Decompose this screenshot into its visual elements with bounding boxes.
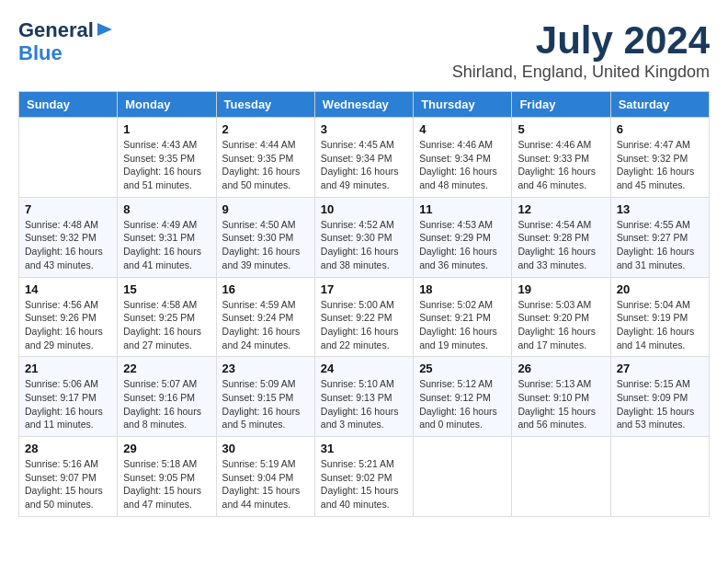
title-block: July 2024 Shirland, England, United King… (452, 18, 710, 82)
week-row-3: 14Sunrise: 4:56 AM Sunset: 9:26 PM Dayli… (19, 277, 710, 357)
weekday-header-thursday: Thursday (414, 92, 512, 118)
calendar-cell: 22Sunrise: 5:07 AM Sunset: 9:16 PM Dayli… (118, 357, 216, 437)
week-row-4: 21Sunrise: 5:06 AM Sunset: 9:17 PM Dayli… (19, 357, 710, 437)
calendar-cell (512, 437, 610, 517)
day-number: 29 (123, 442, 210, 455)
weekday-header-sunday: Sunday (19, 92, 118, 118)
day-info: Sunrise: 5:09 AM Sunset: 9:15 PM Dayligh… (222, 377, 309, 431)
weekday-header-saturday: Saturday (610, 92, 709, 118)
day-info: Sunrise: 4:44 AM Sunset: 9:35 PM Dayligh… (222, 138, 309, 192)
day-number: 10 (321, 202, 407, 216)
calendar-cell: 30Sunrise: 5:19 AM Sunset: 9:04 PM Dayli… (216, 437, 314, 517)
day-number: 19 (518, 282, 604, 296)
calendar-cell: 9Sunrise: 4:50 AM Sunset: 9:30 PM Daylig… (216, 197, 314, 277)
weekday-header-friday: Friday (512, 92, 610, 118)
calendar-cell: 18Sunrise: 5:02 AM Sunset: 9:21 PM Dayli… (414, 277, 512, 357)
day-number: 27 (617, 362, 703, 375)
calendar-cell: 25Sunrise: 5:12 AM Sunset: 9:12 PM Dayli… (414, 357, 512, 437)
day-number: 5 (518, 122, 604, 136)
day-info: Sunrise: 4:46 AM Sunset: 9:34 PM Dayligh… (419, 138, 506, 192)
day-info: Sunrise: 4:56 AM Sunset: 9:26 PM Dayligh… (25, 298, 111, 352)
day-number: 8 (123, 202, 210, 216)
calendar-cell: 15Sunrise: 4:58 AM Sunset: 9:25 PM Dayli… (118, 277, 216, 357)
day-info: Sunrise: 5:07 AM Sunset: 9:16 PM Dayligh… (123, 377, 210, 431)
day-info: Sunrise: 4:52 AM Sunset: 9:30 PM Dayligh… (321, 218, 407, 272)
day-info: Sunrise: 4:55 AM Sunset: 9:27 PM Dayligh… (617, 218, 703, 272)
calendar-cell: 19Sunrise: 5:03 AM Sunset: 9:20 PM Dayli… (512, 277, 610, 357)
day-number: 24 (321, 362, 407, 375)
calendar-cell: 31Sunrise: 5:21 AM Sunset: 9:02 PM Dayli… (314, 437, 413, 517)
day-number: 18 (419, 282, 506, 296)
day-info: Sunrise: 4:58 AM Sunset: 9:25 PM Dayligh… (123, 298, 210, 352)
calendar-cell (610, 437, 709, 517)
logo-arrow-icon (96, 20, 114, 39)
calendar-cell: 3Sunrise: 4:45 AM Sunset: 9:34 PM Daylig… (314, 118, 413, 198)
calendar-cell: 12Sunrise: 4:54 AM Sunset: 9:28 PM Dayli… (512, 197, 610, 277)
day-number: 23 (222, 362, 309, 375)
day-number: 14 (25, 282, 111, 296)
day-info: Sunrise: 4:49 AM Sunset: 9:31 PM Dayligh… (123, 218, 210, 272)
calendar-cell: 7Sunrise: 4:48 AM Sunset: 9:32 PM Daylig… (19, 197, 118, 277)
day-number: 6 (617, 122, 703, 136)
calendar-cell: 27Sunrise: 5:15 AM Sunset: 9:09 PM Dayli… (610, 357, 709, 437)
weekday-header-wednesday: Wednesday (314, 92, 413, 118)
day-info: Sunrise: 4:59 AM Sunset: 9:24 PM Dayligh… (222, 298, 309, 352)
svg-marker-0 (97, 23, 112, 36)
calendar-cell: 4Sunrise: 4:46 AM Sunset: 9:34 PM Daylig… (414, 118, 512, 198)
day-number: 12 (518, 202, 604, 216)
calendar-cell: 14Sunrise: 4:56 AM Sunset: 9:26 PM Dayli… (19, 277, 118, 357)
day-number: 16 (222, 282, 309, 296)
calendar-cell: 23Sunrise: 5:09 AM Sunset: 9:15 PM Dayli… (216, 357, 314, 437)
day-info: Sunrise: 4:53 AM Sunset: 9:29 PM Dayligh… (419, 218, 506, 272)
calendar-cell: 1Sunrise: 4:43 AM Sunset: 9:35 PM Daylig… (118, 118, 216, 198)
calendar-cell: 24Sunrise: 5:10 AM Sunset: 9:13 PM Dayli… (314, 357, 413, 437)
day-info: Sunrise: 5:06 AM Sunset: 9:17 PM Dayligh… (25, 377, 111, 431)
day-number: 11 (419, 202, 506, 216)
day-number: 7 (25, 202, 111, 216)
day-number: 9 (222, 202, 309, 216)
calendar-cell: 21Sunrise: 5:06 AM Sunset: 9:17 PM Dayli… (19, 357, 118, 437)
logo-text-blue: Blue (18, 42, 63, 64)
day-number: 1 (123, 122, 210, 136)
day-number: 28 (25, 442, 111, 455)
calendar-cell: 16Sunrise: 4:59 AM Sunset: 9:24 PM Dayli… (216, 277, 314, 357)
calendar-cell: 6Sunrise: 4:47 AM Sunset: 9:32 PM Daylig… (610, 118, 709, 198)
day-info: Sunrise: 4:46 AM Sunset: 9:33 PM Dayligh… (518, 138, 604, 192)
day-info: Sunrise: 5:12 AM Sunset: 9:12 PM Dayligh… (419, 377, 506, 431)
weekday-header-row: SundayMondayTuesdayWednesdayThursdayFrid… (19, 92, 710, 118)
day-number: 30 (222, 442, 309, 455)
day-info: Sunrise: 5:19 AM Sunset: 9:04 PM Dayligh… (222, 457, 309, 511)
calendar-cell: 13Sunrise: 4:55 AM Sunset: 9:27 PM Dayli… (610, 197, 709, 277)
calendar-cell (414, 437, 512, 517)
day-info: Sunrise: 5:03 AM Sunset: 9:20 PM Dayligh… (518, 298, 604, 352)
calendar-cell: 28Sunrise: 5:16 AM Sunset: 9:07 PM Dayli… (19, 437, 118, 517)
calendar-cell: 5Sunrise: 4:46 AM Sunset: 9:33 PM Daylig… (512, 118, 610, 198)
day-info: Sunrise: 5:16 AM Sunset: 9:07 PM Dayligh… (25, 457, 111, 511)
day-number: 25 (419, 362, 506, 375)
day-number: 20 (617, 282, 703, 296)
day-number: 26 (518, 362, 604, 375)
day-info: Sunrise: 5:04 AM Sunset: 9:19 PM Dayligh… (617, 298, 703, 352)
calendar-cell: 11Sunrise: 4:53 AM Sunset: 9:29 PM Dayli… (414, 197, 512, 277)
day-info: Sunrise: 4:50 AM Sunset: 9:30 PM Dayligh… (222, 218, 309, 272)
calendar-cell: 2Sunrise: 4:44 AM Sunset: 9:35 PM Daylig… (216, 118, 314, 198)
calendar-cell: 29Sunrise: 5:18 AM Sunset: 9:05 PM Dayli… (118, 437, 216, 517)
weekday-header-tuesday: Tuesday (216, 92, 314, 118)
calendar-table: SundayMondayTuesdayWednesdayThursdayFrid… (18, 91, 710, 517)
day-info: Sunrise: 4:54 AM Sunset: 9:28 PM Dayligh… (518, 218, 604, 272)
day-number: 3 (321, 122, 407, 136)
weekday-header-monday: Monday (118, 92, 216, 118)
page-header: General Blue July 2024 Shirland, England… (18, 18, 710, 82)
day-info: Sunrise: 4:45 AM Sunset: 9:34 PM Dayligh… (321, 138, 407, 192)
week-row-1: 1Sunrise: 4:43 AM Sunset: 9:35 PM Daylig… (19, 118, 710, 198)
day-info: Sunrise: 5:15 AM Sunset: 9:09 PM Dayligh… (617, 377, 703, 431)
day-number: 21 (25, 362, 111, 375)
day-info: Sunrise: 4:48 AM Sunset: 9:32 PM Dayligh… (25, 218, 111, 272)
day-number: 22 (123, 362, 210, 375)
calendar-subtitle: Shirland, England, United Kingdom (452, 63, 710, 82)
day-info: Sunrise: 5:00 AM Sunset: 9:22 PM Dayligh… (321, 298, 407, 352)
calendar-cell: 10Sunrise: 4:52 AM Sunset: 9:30 PM Dayli… (314, 197, 413, 277)
day-info: Sunrise: 4:47 AM Sunset: 9:32 PM Dayligh… (617, 138, 703, 192)
week-row-5: 28Sunrise: 5:16 AM Sunset: 9:07 PM Dayli… (19, 437, 710, 517)
day-number: 4 (419, 122, 506, 136)
